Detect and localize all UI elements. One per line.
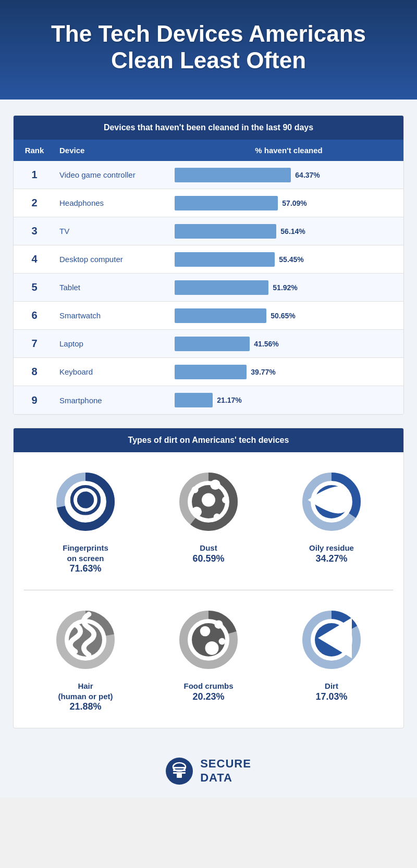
row-rank: 5 [14, 277, 55, 297]
svg-rect-31 [173, 767, 186, 768]
svg-point-9 [202, 493, 215, 507]
table-row: 3 TV 56.14% [14, 217, 403, 245]
dirt-top-row: Fingerprintson screen 71.63% [14, 452, 403, 590]
donut-chart [298, 606, 365, 674]
row-bar-container: 21.17% [175, 389, 403, 412]
row-rank: 9 [14, 390, 55, 411]
row-bar-container: 51.92% [175, 276, 403, 299]
row-device: Desktop computer [55, 251, 175, 268]
svg-point-7 [192, 507, 202, 517]
row-device: Keyboard [55, 363, 175, 380]
bar [175, 393, 213, 407]
bar-label: 39.77% [251, 368, 275, 376]
donut-icon [298, 466, 365, 538]
row-bar-container: 55.45% [175, 248, 403, 271]
svg-rect-33 [173, 772, 186, 774]
dirt-section: Types of dirt on Americans' tech devices [13, 428, 404, 728]
bar-label: 64.37% [295, 171, 320, 179]
row-device: Video game controller [55, 166, 175, 183]
footer: SECUREDATA [0, 744, 417, 798]
bar [175, 337, 250, 351]
row-bar-container: 56.14% [175, 220, 403, 243]
brand-logo [166, 758, 193, 785]
page-title: The Tech Devices Americans Clean Least O… [31, 21, 386, 73]
row-device: Laptop [55, 335, 175, 352]
row-bar-container: 50.65% [175, 304, 403, 327]
dirt-item: Dirt 17.03% [279, 606, 384, 712]
svg-rect-34 [177, 774, 182, 778]
dirt-label: Food crumbs [156, 681, 261, 691]
donut-icon [52, 604, 119, 676]
row-device: Smartphone [55, 392, 175, 409]
table-row: 7 Laptop 41.56% [14, 330, 403, 358]
row-device: Headphones [55, 194, 175, 212]
bar [175, 308, 266, 323]
dirt-pct: 21.88% [33, 701, 138, 712]
dirt-pct: 60.59% [156, 553, 261, 564]
dirt-bottom-row: Hair(human or pet) 21.88% Food crumbs [14, 590, 403, 728]
bar [175, 224, 276, 239]
row-rank: 6 [14, 305, 55, 326]
donut-chart [52, 468, 119, 536]
dirt-pct: 34.27% [279, 553, 384, 564]
donut-chart [52, 606, 119, 674]
row-bar-container: 64.37% [175, 164, 403, 187]
brand-name: SECUREDATA [200, 757, 251, 785]
row-bar-container: 57.09% [175, 192, 403, 215]
svg-rect-32 [173, 770, 186, 771]
row-bar-container: 41.56% [175, 332, 403, 355]
donut-chart [175, 606, 242, 674]
col-rank-header: Rank [14, 140, 55, 161]
svg-point-25 [219, 638, 226, 645]
dirt-label: Dirt [279, 681, 384, 691]
dirt-section-title: Types of dirt on Americans' tech devices [14, 428, 403, 452]
table-row: 9 Smartphone 21.17% [14, 386, 403, 414]
bar-label: 56.14% [280, 227, 305, 235]
dirt-label: Hair(human or pet) [33, 681, 138, 701]
table-row: 8 Keyboard 39.77% [14, 358, 403, 386]
bar-label: 57.09% [282, 199, 306, 207]
table-body: 1 Video game controller 64.37% 2 Headpho… [14, 161, 403, 414]
dirt-item: Oily residue 34.27% [279, 468, 384, 574]
dirt-pct: 20.23% [156, 691, 261, 702]
donut-icon [175, 604, 242, 676]
svg-point-10 [214, 514, 220, 520]
header: The Tech Devices Americans Clean Least O… [0, 0, 417, 100]
table-section-title: Devices that haven't been cleaned in the… [14, 116, 403, 140]
bar-label: 51.92% [273, 283, 297, 292]
bar [175, 196, 278, 210]
dirt-label: Dust [156, 543, 261, 553]
dirt-item: Hair(human or pet) 21.88% [33, 606, 138, 712]
svg-point-11 [210, 480, 220, 490]
donut-chart [298, 468, 365, 536]
bar [175, 365, 247, 379]
bar [175, 280, 268, 295]
dirt-label: Fingerprintson screen [33, 543, 138, 563]
table-row: 2 Headphones 57.09% [14, 189, 403, 217]
svg-point-24 [214, 621, 223, 629]
svg-point-12 [222, 497, 229, 503]
dirt-item: Fingerprintson screen 71.63% [33, 468, 138, 574]
row-rank: 4 [14, 249, 55, 269]
svg-point-22 [205, 641, 219, 655]
donut-chart [175, 468, 242, 536]
dirt-item: Food crumbs 20.23% [156, 606, 261, 712]
svg-point-23 [200, 626, 211, 637]
bar-label: 21.17% [217, 396, 241, 404]
col-pct-header: % haven't cleaned [174, 140, 403, 161]
bar [175, 168, 291, 182]
bar-label: 50.65% [271, 312, 295, 320]
row-rank: 7 [14, 333, 55, 354]
table-row: 1 Video game controller 64.37% [14, 161, 403, 189]
bar [175, 252, 275, 267]
bar-label: 55.45% [279, 255, 303, 264]
svg-point-8 [192, 487, 199, 493]
devices-table: Devices that haven't been cleaned in the… [13, 115, 404, 415]
col-device-header: Device [55, 140, 174, 161]
bar-label: 41.56% [254, 340, 278, 348]
table-row: 5 Tablet 51.92% [14, 274, 403, 302]
donut-icon [298, 604, 365, 676]
row-rank: 1 [14, 165, 55, 185]
row-bar-container: 39.77% [175, 361, 403, 383]
dirt-pct: 17.03% [279, 691, 384, 702]
